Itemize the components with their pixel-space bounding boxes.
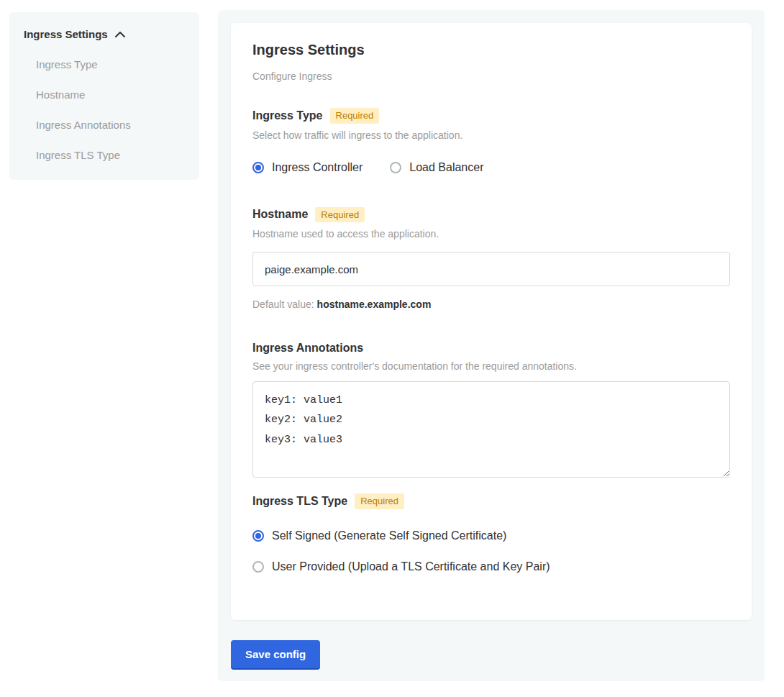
section-ingress-tls-type: Ingress TLS Type Required Self Signed (G…: [252, 493, 730, 573]
radio-option-load-balancer[interactable]: Load Balancer: [390, 161, 483, 174]
sidebar-group-title: Ingress Settings: [24, 28, 108, 40]
section-help-text: Hostname used to access the application.: [252, 228, 730, 240]
radio-label: Load Balancer: [409, 161, 483, 174]
card-title: Ingress Settings: [252, 42, 730, 58]
config-sidebar: Ingress Settings Ingress Type Hostname I…: [9, 12, 199, 180]
annotations-textarea[interactable]: key1: value1 key2: value2 key3: value3: [252, 381, 730, 478]
chevron-up-icon: [114, 30, 126, 39]
required-badge: Required: [315, 207, 365, 223]
sidebar-item-ingress-type[interactable]: Ingress Type: [36, 58, 185, 70]
section-heading: Ingress Type Required: [252, 108, 730, 124]
section-label: Hostname: [252, 208, 308, 221]
radio-label: User Provided (Upload a TLS Certificate …: [272, 560, 550, 573]
sidebar-item-ingress-annotations[interactable]: Ingress Annotations: [36, 119, 185, 131]
section-ingress-annotations: Ingress Annotations See your ingress con…: [252, 342, 730, 478]
section-heading: Hostname Required: [252, 207, 730, 223]
card-subtitle: Configure Ingress: [252, 70, 730, 82]
hostname-input[interactable]: [252, 252, 730, 286]
section-label: Ingress TLS Type: [252, 495, 347, 508]
radio-option-user-provided[interactable]: User Provided (Upload a TLS Certificate …: [252, 560, 730, 573]
section-help-text: See your ingress controller's documentat…: [252, 360, 730, 372]
radio-option-ingress-controller[interactable]: Ingress Controller: [252, 161, 363, 174]
radio-icon[interactable]: [252, 561, 264, 573]
sidebar-group-ingress-settings[interactable]: Ingress Settings: [24, 28, 185, 40]
radio-label: Self Signed (Generate Self Signed Certif…: [272, 529, 506, 542]
hostname-default-line: Default value:hostname.example.com: [252, 299, 730, 310]
section-help-text: Select how traffic will ingress to the a…: [252, 129, 730, 141]
radio-label: Ingress Controller: [272, 161, 363, 174]
section-hostname: Hostname Required Hostname used to acces…: [252, 207, 730, 311]
config-main-panel: Ingress Settings Configure Ingress Ingre…: [218, 10, 765, 681]
default-value-label: Default value:: [252, 299, 314, 310]
save-config-button[interactable]: Save config: [231, 640, 320, 668]
radio-icon[interactable]: [252, 530, 264, 542]
default-value-text: hostname.example.com: [317, 299, 432, 310]
radio-option-self-signed[interactable]: Self Signed (Generate Self Signed Certif…: [252, 529, 730, 542]
section-ingress-type: Ingress Type Required Select how traffic…: [252, 108, 730, 174]
ingress-type-radio-group: Ingress Controller Load Balancer: [252, 161, 730, 174]
radio-icon[interactable]: [390, 162, 401, 173]
ingress-settings-card: Ingress Settings Configure Ingress Ingre…: [231, 23, 752, 620]
section-heading: Ingress TLS Type Required: [252, 493, 730, 509]
tls-type-radio-group: Self Signed (Generate Self Signed Certif…: [252, 529, 730, 573]
section-label: Ingress Annotations: [252, 342, 363, 355]
sidebar-item-list: Ingress Type Hostname Ingress Annotation…: [24, 58, 185, 161]
section-label: Ingress Type: [252, 109, 323, 122]
section-heading: Ingress Annotations: [252, 342, 730, 355]
sidebar-item-ingress-tls-type[interactable]: Ingress TLS Type: [36, 149, 185, 161]
radio-icon[interactable]: [252, 162, 264, 173]
sidebar-item-hostname[interactable]: Hostname: [36, 88, 185, 101]
required-badge: Required: [330, 108, 380, 124]
required-badge: Required: [355, 493, 404, 509]
